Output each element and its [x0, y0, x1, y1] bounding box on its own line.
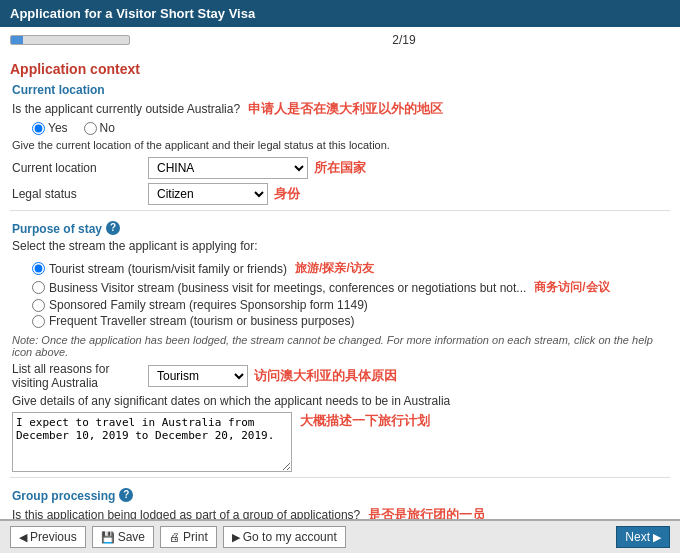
- current-location-subtitle: Current location: [12, 83, 670, 97]
- details-row: I expect to travel in Australia from Dec…: [12, 412, 670, 472]
- stream-note: Note: Once the application has been lodg…: [12, 334, 670, 358]
- print-label: Print: [183, 530, 208, 544]
- stream-sponsored-text: Sponsored Family stream (requires Sponso…: [49, 298, 368, 312]
- stream-tourist-text: Tourist stream (tourism/visit family or …: [49, 262, 287, 276]
- current-location-select[interactable]: CHINA: [148, 157, 308, 179]
- legal-status-label: Legal status: [12, 187, 142, 201]
- reasons-label: List all reasons for visiting Australia: [12, 362, 142, 390]
- outside-australia-row: Is the applicant currently outside Austr…: [12, 100, 670, 118]
- stream-tourist-annotation: 旅游/探亲/访友: [295, 260, 374, 277]
- purpose-of-stay-section: Purpose of stay ? Select the stream the …: [10, 216, 670, 472]
- location-info-text: Give the current location of the applica…: [12, 138, 670, 153]
- group-subtitle: Group processing: [12, 489, 115, 503]
- purpose-subtitle: Purpose of stay: [12, 222, 102, 236]
- divider-2: [10, 477, 670, 478]
- app-title: Application for a Visitor Short Stay Vis…: [10, 6, 255, 21]
- outside-yes-radio[interactable]: [32, 122, 45, 135]
- footer-bar: ◀ Previous 💾 Save 🖨 Print ▶ Go to my acc…: [0, 519, 680, 553]
- save-label: Save: [118, 530, 145, 544]
- reasons-select[interactable]: Tourism Business Family: [148, 365, 248, 387]
- current-location-section: Current location Is the applicant curren…: [10, 83, 670, 205]
- goto-account-button[interactable]: ▶ Go to my account: [223, 526, 346, 548]
- stream-business-text: Business Visitor stream (business visit …: [49, 281, 526, 295]
- progress-container: 2/19: [0, 27, 680, 51]
- stream-question: Select the stream the applicant is apply…: [12, 239, 670, 253]
- stream-business-annotation: 商务访问/会议: [534, 279, 609, 296]
- outside-australia-radios: Yes No: [32, 121, 670, 135]
- location-annotation: 所在国家: [314, 159, 366, 177]
- group-help-icon[interactable]: ?: [119, 488, 133, 502]
- stream-tourist-radio[interactable]: [32, 262, 45, 275]
- progress-bar: [10, 35, 130, 45]
- prev-button[interactable]: ◀ Previous: [10, 526, 86, 548]
- goto-label: Go to my account: [243, 530, 337, 544]
- stream-frequent-text: Frequent Traveller stream (tourism or bu…: [49, 314, 354, 328]
- title-bar: Application for a Visitor Short Stay Vis…: [0, 0, 680, 27]
- outside-no-label[interactable]: No: [84, 121, 115, 135]
- prev-icon: ◀: [19, 531, 27, 544]
- stream-business-radio[interactable]: [32, 281, 45, 294]
- outside-australia-annotation: 申请人是否在澳大利亚以外的地区: [248, 100, 443, 118]
- prev-label: Previous: [30, 530, 77, 544]
- next-icon: ▶: [653, 531, 661, 544]
- progress-fill: [11, 36, 23, 44]
- divider-1: [10, 210, 670, 211]
- stream-radios: Tourist stream (tourism/visit family or …: [32, 260, 610, 328]
- legal-status-row: Legal status Citizen 身份: [12, 183, 670, 205]
- details-question: Give details of any significant dates on…: [12, 394, 670, 408]
- stream-sponsored-label[interactable]: Sponsored Family stream (requires Sponso…: [32, 298, 610, 312]
- purpose-help-icon[interactable]: ?: [106, 221, 120, 235]
- current-location-row: Current location CHINA 所在国家: [12, 157, 670, 179]
- next-button[interactable]: Next ▶: [616, 526, 670, 548]
- stream-frequent-label[interactable]: Frequent Traveller stream (tourism or bu…: [32, 314, 610, 328]
- outside-yes-label[interactable]: Yes: [32, 121, 68, 135]
- legal-annotation: 身份: [274, 185, 300, 203]
- save-icon: 💾: [101, 531, 115, 544]
- app-context-title: Application context: [10, 61, 670, 77]
- details-annotation: 大概描述一下旅行计划: [300, 412, 430, 430]
- outside-no-radio[interactable]: [84, 122, 97, 135]
- legal-status-select[interactable]: Citizen: [148, 183, 268, 205]
- print-button[interactable]: 🖨 Print: [160, 526, 217, 548]
- reasons-row: List all reasons for visiting Australia …: [12, 362, 670, 390]
- current-location-label: Current location: [12, 161, 142, 175]
- stream-frequent-radio[interactable]: [32, 315, 45, 328]
- print-icon: 🖨: [169, 531, 180, 543]
- next-label: Next: [625, 530, 650, 544]
- group-title-row: Group processing ?: [12, 483, 670, 506]
- streams-container: Tourist stream (tourism/visit family or …: [12, 257, 670, 331]
- save-button[interactable]: 💾 Save: [92, 526, 154, 548]
- stream-sponsored-radio[interactable]: [32, 299, 45, 312]
- stream-tourist-label[interactable]: Tourist stream (tourism/visit family or …: [32, 260, 610, 277]
- reasons-annotation: 访问澳大利亚的具体原因: [254, 367, 397, 385]
- stream-business-label[interactable]: Business Visitor stream (business visit …: [32, 279, 610, 296]
- purpose-title-row: Purpose of stay ?: [12, 216, 670, 239]
- details-textarea[interactable]: I expect to travel in Australia from Dec…: [12, 412, 292, 472]
- page-number: 2/19: [138, 33, 670, 47]
- main-content: Application context Current location Is …: [0, 51, 680, 553]
- goto-icon: ▶: [232, 531, 240, 544]
- outside-australia-question: Is the applicant currently outside Austr…: [12, 102, 240, 116]
